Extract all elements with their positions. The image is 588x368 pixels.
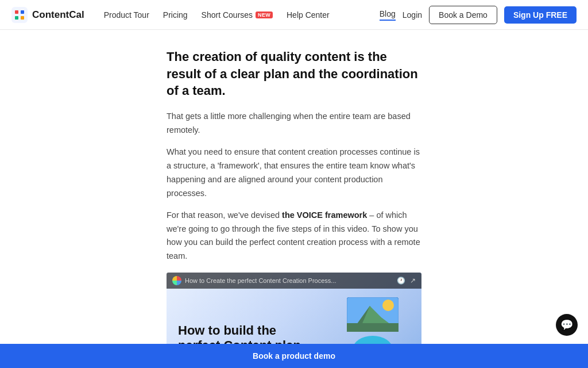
nav-product-tour[interactable]: Product Tour	[98, 7, 155, 23]
chat-bubble-illustration	[351, 334, 394, 344]
nav-blog[interactable]: Blog	[380, 9, 396, 21]
nav-pricing[interactable]: Pricing	[157, 7, 194, 23]
book-demo-button[interactable]: Book a Demo	[429, 6, 497, 24]
video-content: How to Create the perfect Content Creati…	[167, 273, 421, 344]
chat-widget[interactable]: 💬	[556, 314, 578, 336]
svg-rect-1	[15, 10, 18, 14]
nav-help-center[interactable]: Help Center	[281, 7, 335, 23]
navbar-right: Blog Login Book a Demo Sign Up FREE	[380, 6, 577, 24]
video-topbar-left: How to Create the perfect Content Creati…	[172, 276, 336, 285]
video-clock-icon[interactable]: 🕐	[397, 277, 405, 285]
svg-rect-0	[11, 7, 28, 23]
svg-point-10	[353, 336, 392, 344]
svg-rect-4	[21, 16, 24, 20]
article-para-1: That gets a little more challenging when…	[167, 110, 421, 137]
article-heading: The creation of quality content is the r…	[167, 48, 421, 99]
video-share-icon[interactable]: ↗	[410, 277, 416, 285]
logo-icon	[11, 7, 28, 23]
brand-name: ContentCal	[32, 9, 84, 21]
chat-icon: 💬	[560, 319, 573, 331]
svg-rect-3	[15, 16, 18, 20]
navbar: ContentCal Product Tour Pricing Short Co…	[0, 0, 588, 30]
video-embed[interactable]: How to Create the perfect Content Creati…	[167, 273, 421, 344]
svg-rect-2	[21, 10, 24, 14]
bottom-cta-bar[interactable]: Book a product demo	[0, 344, 588, 368]
nav-links: Product Tour Pricing Short Courses NEW H…	[98, 7, 380, 23]
brand-logo[interactable]: ContentCal	[11, 7, 84, 23]
nav-login[interactable]: Login	[403, 10, 422, 20]
article-para-3: For that reason, we've devised the VOICE…	[167, 209, 421, 264]
signup-button[interactable]: Sign Up FREE	[504, 6, 577, 24]
video-text: How to build the perfect Content plan us…	[178, 290, 330, 344]
video-title: How to Create the perfect Content Creati…	[185, 277, 336, 284]
new-badge: NEW	[256, 12, 273, 18]
video-topbar-right: 🕐 ↗	[397, 277, 416, 285]
article-para-2: What you need to ensure that content cre…	[167, 145, 421, 201]
main-content: The creation of quality content is the r…	[0, 30, 588, 344]
svg-point-8	[382, 300, 394, 311]
video-headline: How to build the perfect Content plan	[178, 323, 330, 344]
bottom-cta-text: Book a product demo	[253, 351, 335, 361]
video-channel-icon	[172, 276, 181, 285]
video-illustration	[330, 290, 416, 344]
video-topbar: How to Create the perfect Content Creati…	[167, 273, 421, 289]
svg-rect-9	[347, 323, 399, 332]
mountain-illustration	[347, 297, 399, 332]
nav-short-courses[interactable]: Short Courses NEW	[196, 7, 278, 23]
